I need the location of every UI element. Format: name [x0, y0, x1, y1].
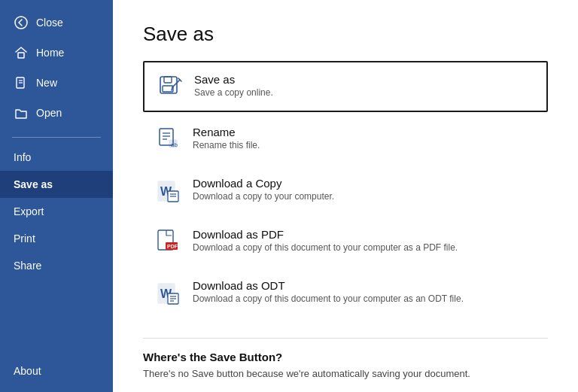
sidebar-home-label: Home — [36, 47, 64, 59]
download-odt-icon: W — [155, 279, 182, 306]
svg-line-10 — [172, 87, 172, 90]
option-download-copy-text: Download a Copy Download a copy to your … — [193, 177, 334, 202]
option-download-copy-label: Download a Copy — [193, 177, 334, 190]
option-rename[interactable]: ab Rename Rename this file. — [143, 115, 548, 163]
download-copy-icon: W — [155, 177, 182, 204]
svg-rect-1 — [18, 53, 24, 58]
save-note: Where's the Save Button? There's no Save… — [143, 338, 548, 379]
sidebar-item-close[interactable]: Close — [0, 8, 113, 38]
open-icon — [14, 105, 29, 120]
save-note-title: Where's the Save Button? — [143, 351, 548, 363]
option-download-copy[interactable]: W Download a Copy Download a copy to you… — [143, 166, 548, 214]
svg-point-0 — [15, 17, 27, 29]
download-pdf-icon: PDF — [155, 228, 182, 255]
home-icon — [14, 45, 29, 60]
option-save-as-text: Save as Save a copy online. — [194, 73, 273, 98]
option-save-as-label: Save as — [194, 73, 273, 86]
option-download-pdf[interactable]: PDF Download as PDF Download a copy of t… — [143, 217, 548, 266]
sidebar-new-label: New — [36, 77, 57, 89]
svg-line-8 — [172, 80, 180, 87]
svg-rect-6 — [164, 77, 172, 83]
option-download-odt-label: Download as ODT — [193, 279, 464, 292]
option-download-copy-desc: Download a copy to your computer. — [193, 191, 334, 202]
sidebar-item-save-as[interactable]: Save as — [0, 171, 113, 198]
sidebar-item-open[interactable]: Open — [0, 98, 113, 128]
svg-text:ab: ab — [171, 141, 178, 148]
save-note-desc: There's no Save button because we're aut… — [143, 368, 548, 379]
rename-icon: ab — [155, 126, 182, 153]
close-back-icon — [14, 15, 29, 30]
page-title: Save as — [143, 23, 548, 46]
option-rename-desc: Rename this file. — [193, 140, 260, 150]
option-download-odt-desc: Download a copy of this document to your… — [193, 293, 464, 304]
sidebar: Close Home New — [0, 0, 113, 392]
option-download-pdf-desc: Download a copy of this document to your… — [193, 242, 458, 253]
main-content: Save as Save as Save a copy online. — [113, 0, 578, 392]
sidebar-item-new[interactable]: New — [0, 68, 113, 98]
sidebar-top: Close Home New — [0, 0, 113, 134]
option-download-odt-text: Download as ODT Download a copy of this … — [193, 279, 464, 304]
option-rename-label: Rename — [193, 126, 260, 138]
option-download-pdf-label: Download as PDF — [193, 228, 458, 241]
svg-text:PDF: PDF — [167, 244, 178, 249]
sidebar-bottom: About — [0, 357, 113, 392]
sidebar-text-section: Info Save as Export Print Share — [0, 141, 113, 279]
sidebar-item-print[interactable]: Print — [0, 225, 113, 252]
sidebar-item-share[interactable]: Share — [0, 252, 113, 279]
sidebar-close-label: Close — [36, 17, 63, 29]
option-download-pdf-text: Download as PDF Download a copy of this … — [193, 228, 458, 253]
option-save-as[interactable]: Save as Save a copy online. — [143, 61, 548, 112]
option-rename-text: Rename Rename this file. — [193, 126, 260, 150]
sidebar-divider — [12, 137, 101, 138]
sidebar-item-info[interactable]: Info — [0, 144, 113, 171]
new-icon — [14, 75, 29, 90]
save-as-icon — [157, 73, 184, 100]
sidebar-item-home[interactable]: Home — [0, 38, 113, 68]
option-download-odt[interactable]: W Download as ODT Download a copy of thi… — [143, 269, 548, 317]
option-save-as-desc: Save a copy online. — [194, 87, 273, 98]
sidebar-item-export[interactable]: Export — [0, 198, 113, 225]
sidebar-open-label: Open — [36, 107, 62, 119]
sidebar-item-about[interactable]: About — [0, 357, 113, 384]
